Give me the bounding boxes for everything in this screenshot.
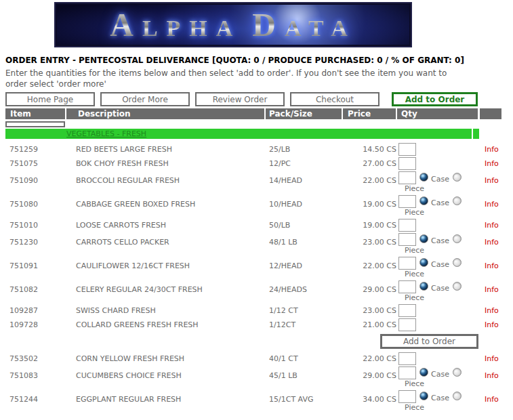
empty-item-box bbox=[5, 121, 65, 127]
item-number: 751075 bbox=[5, 156, 66, 168]
case-radio-label: Case bbox=[431, 236, 449, 245]
column-header-qty: Qty bbox=[397, 108, 480, 119]
mid-button-row: Add to Order bbox=[5, 331, 501, 351]
item-price: 22.00 CS bbox=[343, 351, 397, 363]
item-description: CARROTS CELLO PACKER bbox=[66, 232, 266, 247]
item-price: 22.00 CS bbox=[343, 170, 397, 185]
info-link[interactable]: Info bbox=[485, 176, 499, 185]
table-row: 751080 CABBAGE GREEN BOXED FRESH 10/HEAD… bbox=[5, 194, 501, 217]
category-link[interactable]: VEGETABLES - FRESH bbox=[66, 129, 146, 138]
qty-input[interactable] bbox=[398, 366, 416, 379]
logo-letters: LPHA bbox=[142, 16, 241, 41]
case-radio[interactable] bbox=[419, 282, 428, 291]
case-radio[interactable] bbox=[419, 173, 428, 182]
table-row: 751091 CAULIFLOWER 12/16CT FRESH 12/HEAD… bbox=[5, 255, 501, 279]
column-header-info-spacer bbox=[480, 108, 501, 119]
item-price: 22.00 CS bbox=[343, 255, 397, 270]
add-to-order-button-middle[interactable]: Add to Order bbox=[380, 334, 478, 349]
category-band-cap bbox=[473, 129, 479, 139]
piece-radio[interactable] bbox=[453, 196, 461, 205]
case-radio[interactable] bbox=[419, 258, 428, 267]
piece-radio[interactable] bbox=[453, 234, 461, 243]
case-radio[interactable] bbox=[419, 234, 428, 243]
info-cell: Info bbox=[480, 279, 501, 294]
item-description: EGGPLANT REGULAR FRESH bbox=[66, 389, 266, 404]
info-cell: Info bbox=[480, 156, 501, 168]
add-to-order-button-top[interactable]: Add to Order bbox=[392, 92, 478, 106]
table-row: 751082 CELERY REGULAR 24/30CT FRESH 24/H… bbox=[5, 279, 501, 303]
column-header-item: Item bbox=[5, 108, 66, 119]
table-row: 751244 EGGPLANT REGULAR FRESH 15/1CT AVG… bbox=[5, 389, 501, 413]
qty-input[interactable] bbox=[398, 390, 416, 403]
item-pack-size: 12/HEAD bbox=[266, 255, 343, 270]
piece-radio[interactable] bbox=[453, 282, 461, 291]
qty-input[interactable] bbox=[398, 304, 416, 317]
piece-radio-label: Piece bbox=[405, 184, 480, 194]
info-link[interactable]: Info bbox=[485, 261, 499, 270]
info-link[interactable]: Info bbox=[485, 306, 499, 315]
piece-radio[interactable] bbox=[453, 173, 461, 182]
category-row: VEGETABLES - FRESH bbox=[5, 129, 501, 139]
logo-letter: A bbox=[110, 7, 142, 43]
column-header-price: Price bbox=[343, 108, 397, 119]
case-radio-label: Case bbox=[431, 370, 449, 379]
item-price: 21.00 CS bbox=[343, 317, 397, 329]
item-number: 109728 bbox=[5, 317, 66, 329]
item-description: CAULIFLOWER 12/16CT FRESH bbox=[66, 255, 266, 270]
qty-input[interactable] bbox=[398, 257, 416, 270]
item-price: 14.50 CS bbox=[343, 142, 397, 154]
page-title: ORDER ENTRY - PENTECOSTAL DELIVERANCE [Q… bbox=[5, 56, 513, 65]
qty-input[interactable] bbox=[398, 219, 416, 232]
item-number: 753502 bbox=[5, 351, 66, 363]
info-link[interactable]: Info bbox=[485, 395, 499, 404]
info-cell: Info bbox=[480, 351, 501, 363]
piece-radio-label: Piece bbox=[405, 246, 480, 255]
qty-input[interactable] bbox=[398, 195, 416, 208]
item-pack-size: 50/LB bbox=[266, 217, 343, 230]
info-link[interactable]: Info bbox=[485, 200, 499, 209]
item-description: LOOSE CARROTS FRESH bbox=[66, 217, 266, 230]
info-link[interactable]: Info bbox=[485, 354, 499, 363]
qty-input[interactable] bbox=[398, 352, 416, 365]
item-description: CUCUMBERS CHOICE FRESH bbox=[66, 365, 266, 380]
qty-input[interactable] bbox=[398, 143, 416, 156]
info-link[interactable]: Info bbox=[485, 371, 499, 380]
table-row: 109728 COLLARD GREENS FRESH FRESH 1/12CT… bbox=[5, 317, 501, 331]
info-link[interactable]: Info bbox=[485, 159, 499, 168]
piece-radio-label: Piece bbox=[405, 403, 480, 413]
item-number: 751259 bbox=[5, 142, 66, 154]
qty-input[interactable] bbox=[398, 233, 416, 246]
column-header-pack-size: Pack/Size bbox=[266, 108, 343, 119]
table-row: 753502 CORN YELLOW FRESH FRESH 40/1 CT 2… bbox=[5, 351, 501, 365]
qty-input[interactable] bbox=[398, 280, 416, 293]
order-more-button[interactable]: Order More bbox=[100, 92, 190, 106]
instructions-line-1: Enter the quantities for the items below… bbox=[5, 68, 513, 79]
item-number: 751230 bbox=[5, 232, 66, 247]
case-radio[interactable] bbox=[419, 368, 428, 377]
item-number: 751082 bbox=[5, 279, 66, 294]
table-row: 751230 CARROTS CELLO PACKER 48/1 LB 23.0… bbox=[5, 232, 501, 255]
info-link[interactable]: Info bbox=[485, 285, 499, 294]
table-row: 751083 CUCUMBERS CHOICE FRESH 45/1 LB 29… bbox=[5, 365, 501, 389]
info-link[interactable]: Info bbox=[485, 320, 499, 329]
info-link[interactable]: Info bbox=[485, 221, 499, 230]
review-order-button[interactable]: Review Order bbox=[195, 92, 285, 106]
checkout-button[interactable]: Checkout bbox=[290, 92, 379, 106]
case-radio-label: Case bbox=[431, 175, 449, 184]
piece-radio[interactable] bbox=[453, 258, 461, 267]
qty-input[interactable] bbox=[398, 171, 416, 184]
qty-cell: Case Piece bbox=[397, 255, 480, 279]
info-link[interactable]: Info bbox=[485, 238, 499, 247]
qty-input[interactable] bbox=[398, 318, 416, 331]
piece-radio-label: Piece bbox=[405, 208, 480, 217]
case-radio[interactable] bbox=[419, 196, 428, 205]
piece-radio[interactable] bbox=[453, 368, 461, 377]
home-page-button[interactable]: Home Page bbox=[5, 92, 95, 106]
case-radio[interactable] bbox=[419, 392, 428, 400]
item-price: 29.00 CS bbox=[343, 279, 397, 294]
qty-input[interactable] bbox=[398, 157, 416, 170]
item-description: CORN YELLOW FRESH FRESH bbox=[66, 351, 266, 363]
piece-radio[interactable] bbox=[453, 392, 461, 400]
info-link[interactable]: Info bbox=[485, 145, 499, 154]
column-header-description: Description bbox=[66, 108, 266, 119]
